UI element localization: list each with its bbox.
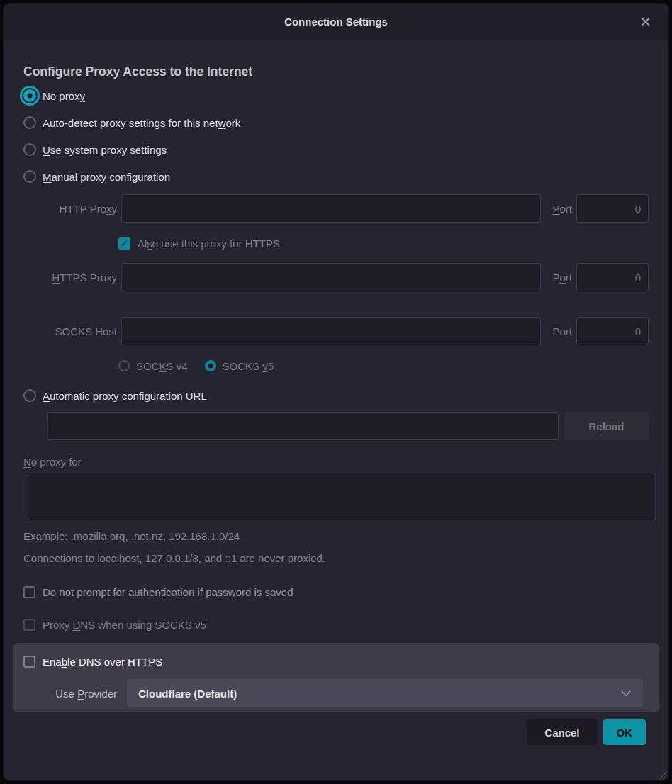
checkbox-label: Do not prompt for authentication if pass… [43,586,293,598]
no-proxy-for-label: No proxy for [23,456,649,468]
radio-option-socks-v4[interactable]: SOCKS v4 [118,355,188,376]
radio-label: Automatic proxy configuration URL [43,390,207,402]
socks-port-label: Port [552,325,572,337]
connection-settings-dialog: Connection Settings ✕ Configure Proxy Ac… [3,3,669,781]
use-provider-label: Use Provider [23,688,127,700]
radio-label: Use system proxy settings [43,144,167,156]
reload-button[interactable]: Reload [564,412,649,440]
provider-selected-value: Cloudflare (Default) [138,688,237,700]
socks-port-input[interactable] [576,317,649,345]
http-proxy-input[interactable] [121,194,541,223]
page-title: Configure Proxy Access to the Internet [23,65,649,79]
checkbox-icon [23,656,35,668]
dialog-buttons: Cancel OK [23,719,649,745]
http-proxy-label: HTTP Proxy [23,203,117,215]
autoproxy-url-input[interactable] [47,412,559,440]
close-icon[interactable]: ✕ [635,12,656,32]
provider-row: Use Provider Cloudflare (Default) [23,679,643,707]
radio-icon [23,116,36,129]
proxy-dns-checkbox-row[interactable]: Proxy DNS when using SOCKS v5 [23,615,649,634]
dns-over-https-section: Enable DNS over HTTPS Use Provider Cloud… [13,643,659,712]
dialog-title: Connection Settings [284,16,388,28]
https-proxy-label: HTTPS Proxy [23,271,117,284]
enable-doh-checkbox-row[interactable]: Enable DNS over HTTPS [23,652,643,671]
radio-label: SOCKS v5 [223,360,274,372]
also-https-checkbox-row[interactable]: ✓ Also use this proxy for HTTPS [118,234,649,252]
https-port-label: Port [552,271,572,284]
radio-icon [205,360,216,371]
https-proxy-input[interactable] [121,263,541,291]
autoproxy-url-row: Reload [47,412,649,440]
http-port-label: Port [552,203,572,215]
radio-icon [118,360,130,371]
resize-grip[interactable] [656,768,667,779]
socks-host-label: SOCKS Host [23,325,117,337]
ok-button[interactable]: OK [603,719,646,745]
radio-label: Manual proxy configuration [43,171,170,183]
checkbox-icon [23,619,35,631]
radio-icon [23,89,36,102]
https-port-input[interactable] [576,263,649,291]
auth-prompt-checkbox-row[interactable]: Do not prompt for authentication if pass… [23,583,649,601]
radio-icon [23,170,36,183]
cancel-button[interactable]: Cancel [527,719,597,745]
checkbox-label: Also use this proxy for HTTPS [138,237,280,250]
checkbox-icon [23,586,35,598]
radio-label: Auto-detect proxy settings for this netw… [43,117,240,129]
socks-version-row: SOCKS v4 SOCKS v5 [118,355,649,376]
radio-icon [23,389,36,402]
https-proxy-row: HTTPS Proxy Port [23,263,649,291]
socks-host-row: SOCKS Host Port [23,317,649,345]
chevron-down-icon [620,690,632,697]
checkbox-label: Enable DNS over HTTPS [43,656,162,668]
radio-icon [23,143,36,156]
socks-host-input[interactable] [121,317,541,345]
radio-option-no-proxy[interactable]: No proxy [23,85,649,106]
dialog-content: Configure Proxy Access to the Internet N… [4,65,668,745]
checkbox-icon: ✓ [118,237,130,250]
radio-option-socks-v5[interactable]: SOCKS v5 [205,355,274,376]
checkbox-label: Proxy DNS when using SOCKS v5 [43,619,206,631]
radio-option-manual-proxy[interactable]: Manual proxy configuration [23,166,649,187]
http-port-input[interactable] [576,194,649,223]
titlebar: Connection Settings ✕ [4,4,668,40]
radio-option-auto-detect[interactable]: Auto-detect proxy settings for this netw… [23,112,649,133]
radio-label: SOCKS v4 [136,360,188,372]
example-note: Example: .mozilla.org, .net.nz, 192.168.… [23,530,649,542]
no-proxy-for-textarea[interactable] [28,474,656,520]
radio-label: No proxy [43,90,85,102]
provider-select[interactable]: Cloudflare (Default) [127,679,643,707]
radio-option-autoproxy-url[interactable]: Automatic proxy configuration URL [23,385,649,406]
radio-option-system-proxy[interactable]: Use system proxy settings [23,139,649,160]
localhost-note: Connections to localhost, 127.0.0.1/8, a… [23,552,649,564]
http-proxy-row: HTTP Proxy Port [23,194,649,223]
